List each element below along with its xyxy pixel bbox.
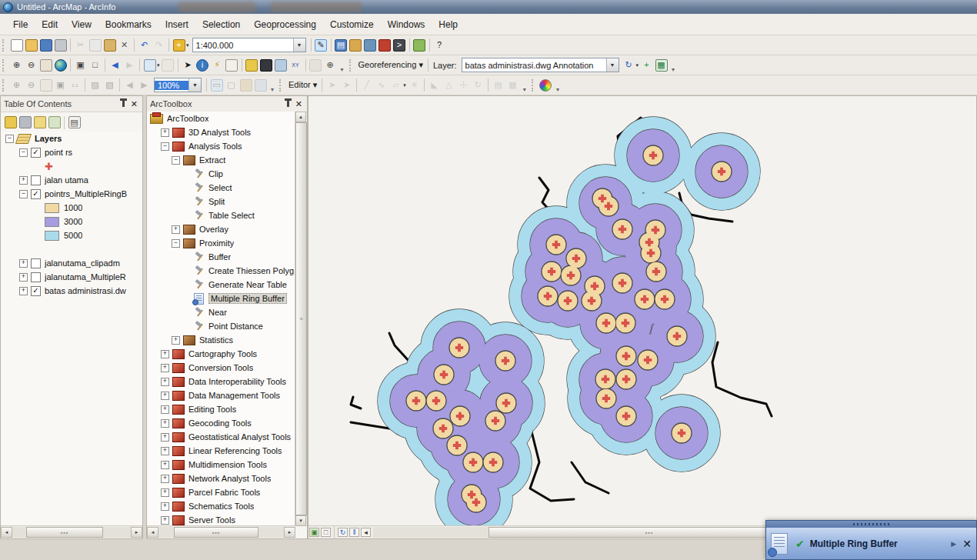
combo-dropdown-arrow[interactable]: ▼ xyxy=(606,58,619,72)
menu-selection[interactable]: Selection xyxy=(195,16,247,33)
popup-expand-icon[interactable]: ▶ xyxy=(951,540,956,548)
collapse-icon[interactable]: − xyxy=(172,239,180,248)
layer-item[interactable]: −✓pointrs_MultipleRingB xyxy=(1,187,142,201)
hyperlink-lightning-icon[interactable]: ⚡ xyxy=(211,59,223,72)
html-popup-icon[interactable] xyxy=(225,59,238,72)
editor-menu[interactable]: Editor ▾ xyxy=(288,80,317,90)
list-by-source-icon[interactable] xyxy=(19,116,32,128)
layer-item[interactable]: 3000 xyxy=(1,215,142,228)
toolbar-overflow[interactable]: ▾ xyxy=(556,86,559,95)
layer-item[interactable]: 1000 xyxy=(1,201,142,215)
pan-icon[interactable] xyxy=(40,59,52,72)
expand-icon[interactable]: + xyxy=(161,433,169,442)
find-icon[interactable] xyxy=(260,59,272,72)
scroll-right-arrow[interactable]: ▸ xyxy=(131,527,142,538)
zoom-in-icon[interactable]: ⊕ xyxy=(11,59,23,72)
layer-label[interactable]: Layer: xyxy=(433,61,457,70)
popup-close-icon[interactable]: ✕ xyxy=(962,538,972,550)
menu-customize[interactable]: Customize xyxy=(323,16,381,33)
menu-insert[interactable]: Insert xyxy=(158,16,195,33)
scroll-right-arrow[interactable]: ▸ xyxy=(284,527,295,538)
arctoolbox-vertical-scrollbar[interactable]: ▴ ≡ ▾ xyxy=(295,112,307,526)
expand-icon[interactable]: + xyxy=(172,336,180,345)
toolbox-item[interactable]: +Geostatistical Analyst Tools xyxy=(147,430,295,444)
dropdown-caret[interactable]: ▾ xyxy=(186,42,189,48)
toolbox-item[interactable]: +Multidimension Tools xyxy=(147,458,295,472)
arctoolbox-horizontal-scrollbar[interactable]: ◂ ▪▪▪ ▸ xyxy=(147,525,295,538)
expand-icon[interactable]: + xyxy=(19,176,28,185)
scroll-track[interactable]: ▪▪▪ xyxy=(158,527,284,538)
list-by-visibility-icon[interactable] xyxy=(34,116,46,128)
layer-item[interactable]: +jalanutama_clipadm xyxy=(1,256,142,270)
scroll-thumb[interactable]: ≡ xyxy=(295,122,307,515)
dropdown-caret[interactable]: ▾ xyxy=(636,62,639,68)
select-elements-icon[interactable]: ➤ xyxy=(182,59,194,72)
pause-drawing-button[interactable]: ‖ xyxy=(349,528,359,537)
popup-drag-handle[interactable] xyxy=(766,521,976,528)
georef-layer-combo[interactable]: batas administrasi.dwg Annotation▼ xyxy=(462,58,619,72)
toolbox-item[interactable]: +Linear Referencing Tools xyxy=(147,444,295,458)
measure-icon[interactable] xyxy=(245,59,258,72)
toolbox-item[interactable]: Clip xyxy=(147,167,295,181)
pin-icon[interactable] xyxy=(287,101,289,107)
toolbox-item[interactable]: +Server Tools xyxy=(147,513,295,526)
checkbox-unchecked[interactable] xyxy=(31,258,41,268)
toolbox-item[interactable]: Select xyxy=(147,181,295,195)
toolbox-item[interactable]: +Schematics Tools xyxy=(147,499,295,513)
scroll-track[interactable]: ▪▪▪ xyxy=(12,527,131,538)
view-link-table-icon[interactable]: ▦ xyxy=(655,59,668,72)
model-builder-icon[interactable] xyxy=(413,39,425,52)
toolbox-item[interactable]: +Overlay xyxy=(147,222,295,236)
map-canvas[interactable] xyxy=(308,96,976,526)
toolbox-item[interactable]: +Geocoding Tools xyxy=(147,416,295,430)
toolbar-grip[interactable] xyxy=(532,79,535,92)
expand-icon[interactable]: + xyxy=(161,128,169,137)
menu-bookmarks[interactable]: Bookmarks xyxy=(98,16,158,33)
scroll-left-arrow[interactable]: ◂ xyxy=(1,527,12,538)
toolbox-item[interactable]: Generate Near Table xyxy=(147,278,295,292)
toolbar-overflow[interactable]: ▾ xyxy=(271,86,274,95)
whats-this-help-icon[interactable]: ? xyxy=(433,39,445,52)
expand-icon[interactable]: + xyxy=(161,419,169,428)
options-list-icon[interactable]: ▤ xyxy=(68,116,81,128)
arctoolbox-window-icon[interactable] xyxy=(378,39,391,52)
combo-dropdown-arrow[interactable]: ▼ xyxy=(293,38,305,52)
layout-view-button[interactable]: □ xyxy=(321,528,331,537)
select-features-icon[interactable] xyxy=(144,59,156,72)
expand-icon[interactable]: + xyxy=(19,273,28,282)
toolbox-item[interactable]: +Cartography Tools xyxy=(147,347,295,361)
toolbar-overflow[interactable]: ▾ xyxy=(672,66,675,75)
expand-icon[interactable]: + xyxy=(161,461,169,469)
toolbox-item[interactable]: +Data Interoperability Tools xyxy=(147,375,295,388)
toolbox-item[interactable]: Table Select xyxy=(147,208,295,222)
layer-item[interactable]: +✓batas administrasi.dw xyxy=(1,284,142,298)
fixed-zoom-out-icon[interactable]: □ xyxy=(89,59,102,72)
checkbox-unchecked[interactable] xyxy=(31,175,41,185)
layer-item[interactable]: +jalanutama_MultipleR xyxy=(1,270,142,284)
map-data-view[interactable]: ▣□↻‖◂ ▪▪▪ xyxy=(308,95,977,539)
expand-icon[interactable]: + xyxy=(161,488,169,497)
go-to-xy-icon[interactable]: XY xyxy=(289,59,302,72)
toolbar-grip[interactable] xyxy=(2,39,6,52)
full-extent-globe-icon[interactable] xyxy=(55,59,67,72)
data-view-button[interactable]: ▣ xyxy=(309,528,319,537)
toolbox-item[interactable]: Multiple Ring Buffer xyxy=(147,292,295,305)
toolbox-item[interactable]: +Network Analyst Tools xyxy=(147,472,295,485)
toolbar-grip[interactable] xyxy=(2,59,6,72)
toolbox-item[interactable]: −Proximity xyxy=(147,236,295,250)
collapse-icon[interactable]: − xyxy=(161,142,169,151)
save-icon[interactable] xyxy=(40,39,52,52)
fixed-zoom-in-icon[interactable]: ▣ xyxy=(75,59,87,72)
toolbox-item[interactable]: Create Thiessen Polyg xyxy=(147,264,295,278)
identify-icon[interactable]: i xyxy=(196,59,208,72)
scroll-up-arrow[interactable]: ▴ xyxy=(295,112,306,122)
python-window-icon[interactable]: > xyxy=(393,39,405,52)
close-icon[interactable]: ✕ xyxy=(295,99,302,109)
expand-icon[interactable]: + xyxy=(161,350,169,358)
scroll-down-arrow[interactable]: ▾ xyxy=(295,515,306,526)
search-window-icon[interactable] xyxy=(364,39,376,52)
combo-dropdown-arrow[interactable]: ▼ xyxy=(188,78,201,92)
collapse-icon[interactable]: − xyxy=(19,190,28,198)
undo-icon[interactable]: ↶ xyxy=(138,39,151,52)
toolbar-grip[interactable] xyxy=(279,79,283,92)
